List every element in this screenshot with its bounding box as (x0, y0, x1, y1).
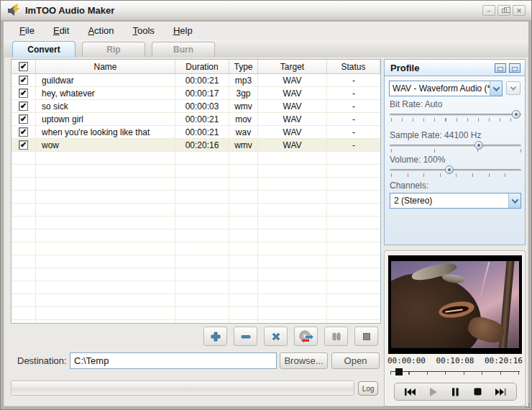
tab-burn[interactable]: Burn (152, 42, 215, 57)
cell-type: mov (229, 113, 258, 125)
cell-duration: 00:00:21 (175, 126, 229, 138)
dropdown-arrow-icon[interactable] (490, 81, 502, 96)
clear-list-button[interactable] (264, 327, 288, 346)
format-more-button[interactable] (506, 81, 520, 95)
progress-bar (11, 381, 354, 396)
file-table: ✔ Name Duration Type Target Status ✔ gui… (11, 59, 381, 324)
channels-value: 2 (Stereo) (390, 196, 432, 206)
title-bar[interactable]: ImTOO Audio Maker – ✕ (1, 1, 531, 21)
cell-target: WAV (258, 126, 327, 138)
table-row[interactable]: ✔ guildwar 00:00:21 mp3 WAV - (12, 74, 380, 87)
stop-button[interactable] (354, 327, 378, 346)
panel-collapse-icon[interactable] (509, 63, 520, 73)
time-start: 00:00:00 (387, 356, 426, 365)
column-header-type[interactable]: Type (229, 60, 258, 73)
profile-title: Profile (385, 63, 419, 73)
sample-rate-slider[interactable] (390, 142, 521, 153)
menu-tools[interactable]: Tools (124, 24, 163, 37)
table-empty-rows (12, 152, 380, 323)
stop-icon (362, 332, 372, 342)
channels-dropdown[interactable]: 2 (Stereo) (390, 193, 521, 209)
skip-back-button[interactable] (402, 386, 419, 398)
column-header-duration[interactable]: Duration (175, 60, 229, 73)
checkbox-checked-icon[interactable]: ✔ (19, 127, 28, 137)
browse-button[interactable]: Browse... (280, 352, 328, 369)
cell-name: hey, whatever (36, 87, 175, 99)
header-select-all[interactable]: ✔ (12, 60, 36, 73)
destination-label: Destination: (17, 355, 67, 366)
cell-type: mp3 (229, 74, 258, 86)
checkbox-checked-icon[interactable]: ✔ (19, 88, 28, 98)
cell-status: - (327, 100, 380, 112)
volume-slider[interactable] (390, 166, 521, 178)
resize-grip[interactable] (524, 402, 530, 408)
cell-target: WAV (258, 139, 327, 151)
dropdown-arrow-icon[interactable] (508, 193, 520, 208)
volume-slider-thumb[interactable] (445, 165, 454, 174)
format-value: WAV - Waveform Audio (*.w (390, 83, 499, 94)
cell-target: WAV (258, 74, 327, 86)
open-button[interactable]: Open (331, 352, 380, 369)
bit-rate-label: Bit Rate: Auto (390, 99, 442, 109)
seek-bar[interactable] (390, 368, 520, 378)
column-header-name[interactable]: Name (36, 60, 175, 73)
table-row[interactable]: ✔ so sick 00:00:03 wmv WAV - (12, 100, 380, 113)
cell-target: WAV (258, 100, 327, 112)
profile-panel: Profile WAV - Waveform Audio (*.w Bit Ra… (384, 59, 526, 245)
menu-edit[interactable]: Edit (45, 24, 78, 37)
minus-icon (240, 331, 252, 342)
table-row[interactable]: ✔ uptown girl 00:00:21 mov WAV - (12, 113, 380, 126)
destination-input[interactable] (70, 352, 277, 369)
cell-name: when you're looking like that (36, 126, 175, 138)
checkbox-checked-icon[interactable]: ✔ (19, 101, 28, 111)
cell-status: - (327, 74, 380, 86)
menu-file[interactable]: File (11, 24, 43, 37)
window-title: ImTOO Audio Maker (25, 5, 114, 16)
checkbox-checked-icon[interactable]: ✔ (19, 76, 28, 85)
checkbox-checked-icon[interactable]: ✔ (19, 140, 28, 150)
chevron-down-icon (510, 84, 516, 90)
play-button[interactable] (424, 386, 441, 398)
table-row[interactable]: ✔ hey, whatever 00:00:17 3gp WAV - (12, 87, 380, 100)
column-header-status[interactable]: Status (327, 60, 380, 73)
minimize-button[interactable]: – (482, 5, 495, 16)
table-header: ✔ Name Duration Type Target Status (12, 60, 380, 74)
tab-convert[interactable]: Convert (12, 41, 75, 57)
menu-bar: File Edit Action Tools Help (4, 22, 528, 40)
convert-button[interactable] (294, 327, 318, 346)
checkbox-checked-icon[interactable]: ✔ (19, 62, 28, 71)
pause-playback-button[interactable] (446, 386, 464, 398)
close-button[interactable]: ✕ (513, 5, 526, 16)
seek-thumb[interactable] (395, 368, 403, 375)
convert-page: ✔ Name Duration Type Target Status ✔ gui… (4, 57, 528, 406)
cell-name: wow (36, 139, 175, 151)
cell-duration: 00:00:17 (175, 87, 229, 99)
column-header-target[interactable]: Target (258, 60, 327, 73)
pause-icon (331, 332, 341, 342)
checkbox-checked-icon[interactable]: ✔ (19, 114, 28, 124)
panel-view-icon[interactable] (495, 63, 506, 73)
cell-target: WAV (258, 113, 327, 125)
remove-file-button[interactable] (234, 327, 257, 346)
file-toolbar (203, 327, 378, 346)
table-row-selected[interactable]: ✔ wow 00:20:16 wmv WAV - (12, 139, 380, 152)
app-logo-icon (6, 4, 21, 17)
log-button[interactable]: Log (358, 381, 378, 396)
cell-type: wmv (229, 139, 258, 151)
table-row[interactable]: ✔ when you're looking like that 00:00:21… (12, 126, 380, 139)
pause-button[interactable] (324, 327, 348, 346)
menu-action[interactable]: Action (79, 24, 122, 37)
skip-forward-button[interactable] (492, 386, 509, 398)
tab-rip[interactable]: Rip (82, 42, 145, 57)
app-window: ImTOO Audio Maker – ✕ File Edit Action T… (0, 0, 532, 410)
sample-rate-slider-thumb[interactable] (474, 141, 483, 150)
player-controls (394, 383, 517, 401)
restore-button[interactable] (497, 5, 510, 16)
menu-help[interactable]: Help (165, 24, 201, 37)
stop-playback-button[interactable] (469, 386, 487, 398)
bit-rate-slider-thumb[interactable] (512, 110, 520, 119)
bit-rate-slider[interactable] (390, 111, 521, 122)
format-dropdown[interactable]: WAV - Waveform Audio (*.w (389, 81, 503, 96)
add-file-button[interactable] (203, 327, 227, 346)
cell-status: - (327, 87, 380, 99)
